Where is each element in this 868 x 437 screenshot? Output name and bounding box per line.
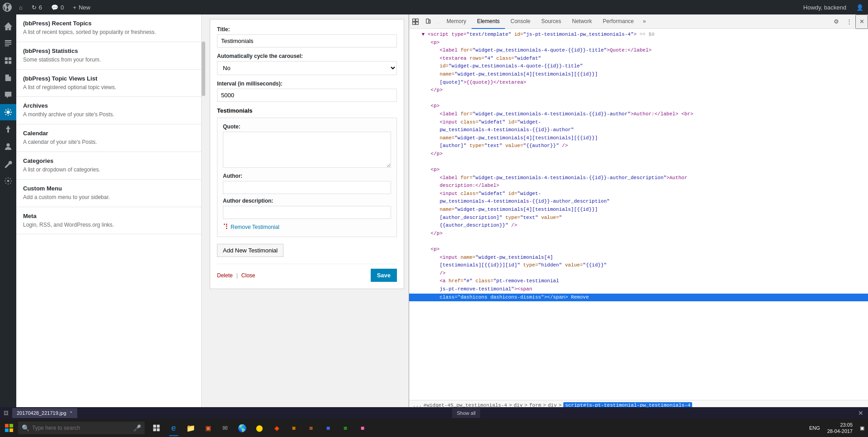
svg-point-8	[6, 110, 9, 114]
svg-rect-18	[9, 424, 13, 428]
file-bar-close-btn[interactable]: ✕	[855, 409, 866, 417]
devtools-menu-btn[interactable]: ⋮	[843, 14, 855, 29]
admin-bar-new[interactable]: + New	[68, 0, 95, 14]
sidebar-icon-posts[interactable]	[0, 35, 16, 52]
device-icon-btn[interactable]	[422, 14, 434, 29]
devtools-code-panel[interactable]: ▼ <script type="text/template" id="js-pt…	[409, 29, 868, 400]
quote-row: Quote:	[223, 124, 391, 169]
sidebar-icon-tools[interactable]	[0, 156, 16, 172]
inspect-icon-btn[interactable]	[409, 14, 422, 29]
widget-item-custom-menu[interactable]: Custom Menu Add a custom menu to your si…	[16, 180, 201, 207]
dt-tab-network[interactable]: Network	[566, 14, 597, 29]
admin-avatar[interactable]: 👤	[852, 0, 868, 14]
code-line-19: description:</label>	[409, 182, 868, 190]
widget-item-desc: Login, RSS, and WordPress.org links.	[23, 221, 194, 229]
taskbar-app-explorer[interactable]: 📁	[183, 419, 199, 437]
main-content: Title: Automatically cycle the carousel:…	[205, 14, 409, 437]
taskbar-language[interactable]: ENG	[806, 419, 824, 437]
taskbar-app-app5[interactable]: ◆	[269, 419, 285, 437]
taskbar-app-app10[interactable]: ■	[354, 419, 371, 437]
svg-rect-2	[5, 44, 11, 45]
admin-bar-right: Howdy, backend 👤	[798, 0, 868, 14]
sidebar-icon-comments[interactable]	[0, 87, 16, 103]
taskbar-search[interactable]: 🔍 🎤	[18, 422, 145, 434]
taskbar-clock[interactable]: 23:05 28-04-2017	[824, 419, 856, 437]
taskbar-app-app7[interactable]: ■	[303, 419, 319, 437]
cycle-label: Automatically cycle the carousel:	[217, 53, 397, 59]
widget-item-bbpress-recent-topics[interactable]: (bbPress) Recent Topics A list of recent…	[16, 14, 201, 42]
remove-testimonial-btn[interactable]: ⠹ Remove Testimonial	[223, 223, 391, 231]
add-new-testimonial-button[interactable]: Add New Testimonial	[217, 244, 283, 257]
taskbar-search-input[interactable]	[32, 425, 131, 431]
svg-rect-7	[9, 61, 11, 64]
dt-tab-elements[interactable]: Elements	[472, 14, 505, 29]
widget-item-bbpress-topic-views[interactable]: (bbPress) Topic Views List A list of reg…	[16, 70, 201, 97]
admin-bar-comments[interactable]: 💬 0	[47, 0, 68, 14]
cycle-select[interactable]: No Yes	[217, 61, 397, 75]
taskbar-app-app6[interactable]: ■	[286, 419, 302, 437]
wordpress-logo[interactable]	[0, 0, 14, 14]
taskbar-app-app9[interactable]: ■	[337, 419, 354, 437]
scroll-track[interactable]	[202, 14, 205, 437]
author-desc-input[interactable]	[223, 206, 391, 219]
code-line-32: js-pt-remove-testimonial"><span	[409, 285, 868, 294]
devtools-close-btn[interactable]: ✕	[855, 14, 868, 29]
show-all-button[interactable]: Show all	[452, 408, 480, 418]
sidebar-icon-pages[interactable]	[0, 70, 16, 86]
sidebar-icon-media[interactable]	[0, 52, 16, 69]
code-line-4: id="widget-pw_testimonials-4-quote-{{id}…	[409, 62, 868, 71]
taskbar-app-app8[interactable]: ■	[320, 419, 336, 437]
interval-row: Interval (in milliseconds):	[217, 81, 397, 102]
dt-tab-console[interactable]: Console	[505, 14, 536, 29]
dt-tab-performance[interactable]: Performance	[597, 14, 639, 29]
widget-item-calendar[interactable]: Calendar A calendar of your site's Posts…	[16, 124, 201, 152]
interval-label: Interval (in milliseconds):	[217, 81, 397, 87]
dt-tab-sources[interactable]: Sources	[536, 14, 566, 29]
delete-link[interactable]: Delete	[217, 272, 233, 279]
taskbar-app-app2[interactable]: ✉	[217, 419, 233, 437]
svg-rect-13	[413, 22, 415, 24]
author-input[interactable]	[223, 181, 391, 194]
close-link[interactable]: Close	[241, 272, 255, 279]
code-line-3: <textarea rows="4" class="widefat"	[409, 55, 868, 63]
title-label: Title:	[217, 26, 397, 33]
dt-tab-more[interactable]: »	[639, 14, 650, 29]
widget-list-panel: (bbPress) Recent Topics A list of recent…	[16, 14, 202, 437]
widget-item-title: (bbPress) Statistics	[23, 48, 194, 54]
devtools-settings-btn[interactable]: ⚙	[830, 14, 843, 29]
sidebar-icon-users[interactable]	[0, 138, 16, 155]
widget-item-categories[interactable]: Categories A list or dropdown of categor…	[16, 152, 201, 180]
widget-item-desc: Some statistics from your forum.	[23, 56, 194, 64]
admin-bar-site[interactable]: ⌂	[14, 0, 27, 14]
dt-tab-memory[interactable]: Memory	[441, 14, 472, 29]
taskbar-app-chrome[interactable]: 🌎	[234, 419, 250, 437]
widget-item-archives[interactable]: Archives A monthly archive of your site'…	[16, 97, 201, 124]
sidebar-icon-dashboard[interactable]	[0, 18, 16, 34]
quote-textarea[interactable]	[223, 132, 391, 168]
taskbar-app-app1[interactable]: ▣	[200, 419, 216, 437]
sidebar-icon-plugins[interactable]	[0, 121, 16, 138]
taskbar-app-app4[interactable]: ⬤	[251, 419, 268, 437]
taskbar-notification[interactable]: ▣	[856, 419, 868, 437]
code-line-20: <input class="widefat" id="widget-	[409, 190, 868, 198]
admin-greeting: Howdy, backend	[798, 4, 852, 11]
code-line-24: {{author_description}}" />	[409, 222, 868, 230]
admin-bar-updates[interactable]: ↻ 6	[27, 0, 47, 14]
save-button[interactable]: Save	[371, 269, 397, 282]
svg-point-9	[6, 143, 9, 147]
title-input[interactable]	[217, 34, 397, 48]
code-line-10: <label for="widget-pw_testimonials-4-tes…	[409, 110, 868, 119]
widget-item-title: Custom Menu	[23, 185, 194, 192]
file-tab[interactable]: 20170428_221719.jpg ⌃	[12, 408, 77, 418]
widget-item-bbpress-statistics[interactable]: (bbPress) Statistics Some statistics fro…	[16, 42, 201, 70]
interval-input[interactable]	[217, 89, 397, 102]
sidebar-icon-settings[interactable]	[0, 173, 16, 189]
taskbar-app-ie[interactable]: e	[165, 419, 182, 437]
widget-item-meta[interactable]: Meta Login, RSS, and WordPress.org links…	[16, 207, 201, 235]
code-line-11: <input class="widefat" id="widget-	[409, 119, 868, 127]
sidebar-icon-appearance[interactable]	[0, 104, 16, 120]
taskbar-app-task-view[interactable]	[148, 419, 165, 437]
widget-item-desc: Add a custom menu to your sidebar.	[23, 194, 194, 201]
taskbar-start-btn[interactable]	[0, 419, 18, 437]
scroll-thumb[interactable]	[202, 42, 205, 96]
